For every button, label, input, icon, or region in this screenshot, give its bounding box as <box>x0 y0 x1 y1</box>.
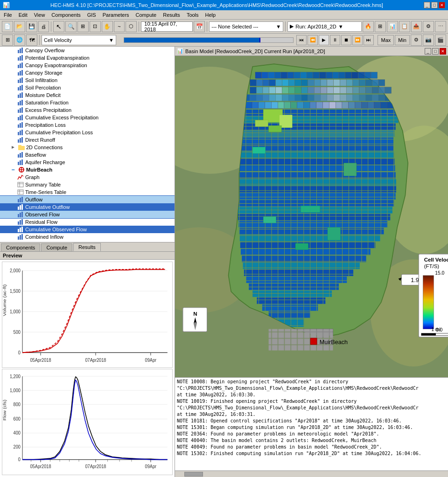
tree-item-cumulative-observed-flow[interactable]: Cumulative Observed Flow <box>0 226 175 233</box>
calendar-button[interactable]: 📅 <box>194 21 205 32</box>
menu-tools[interactable]: Tools <box>184 12 202 18</box>
tree-item-cumulative-outflow[interactable]: Cumulative Outflow <box>0 203 175 211</box>
svg-rect-174 <box>276 87 282 94</box>
open-button[interactable]: 📂 <box>14 21 25 32</box>
select-button[interactable]: ↖ <box>53 21 64 32</box>
log-horizontal-scrollbar[interactable] <box>175 470 448 477</box>
extra-button[interactable]: ⚙ <box>423 21 434 32</box>
camera-button[interactable]: 📷 <box>423 35 434 46</box>
menu-compute[interactable]: Compute <box>133 12 160 18</box>
tree-item-baseflow[interactable]: Baseflow <box>0 151 175 159</box>
tree-item-cumulative-precip-loss[interactable]: Cumulative Precipitation Loss <box>0 129 175 136</box>
tree-item-canopy-et[interactable]: Canopy Evapotranspiration <box>0 62 175 69</box>
grid-tb-button[interactable]: ⊞ <box>2 35 13 46</box>
tree-item-aquifer-recharge[interactable]: Aquifer Recharge <box>0 159 175 166</box>
tree-item-timeseries-table[interactable]: Time-Series Table <box>0 188 175 196</box>
basin-minimize-button[interactable]: _ <box>425 48 431 55</box>
map-area[interactable]: MuirBeach 1.99 (FT/S) N Cell Velocity <box>175 56 448 377</box>
tree-item-observed-flow[interactable]: Observed Flow <box>0 211 175 218</box>
tree-item-canopy-overflow[interactable]: Canopy Overflow <box>0 47 175 54</box>
map-button[interactable]: 🗺 <box>26 35 37 46</box>
separator-5 <box>39 35 40 45</box>
menu-view[interactable]: View <box>31 12 48 18</box>
svg-rect-1 <box>20 48 21 53</box>
tree-item-outflow[interactable]: Outflow <box>0 196 175 203</box>
rewind-begin-button[interactable]: ⏮ <box>296 35 307 45</box>
svg-rect-164 <box>346 80 353 86</box>
svg-rect-260 <box>238 179 396 186</box>
tree-item-precip-loss[interactable]: Precipitation Loss <box>0 121 175 129</box>
max-button[interactable]: Max <box>378 35 394 45</box>
maximize-button[interactable]: □ <box>431 2 438 8</box>
tree-item-muirbeach[interactable]: − MuirBeach <box>0 166 175 173</box>
fire-button[interactable]: 🔥 <box>363 21 374 32</box>
run-dropdown[interactable]: ▶ Run: Apr2018_2D ▼ <box>287 21 362 32</box>
svg-rect-141 <box>326 72 333 78</box>
tree-item-residual-flow[interactable]: Residual Flow <box>0 218 175 226</box>
route-button[interactable]: ~ <box>114 21 125 32</box>
svg-rect-165 <box>353 80 359 86</box>
print-button[interactable]: 🖨 <box>38 21 49 32</box>
cell-velocity-dropdown[interactable]: Cell Velocity ▼ <box>42 35 116 45</box>
tree-scroll[interactable]: Canopy Overflow Potential Evapotranspira… <box>0 47 175 242</box>
none-selected-dropdown[interactable]: --- None Selected --- ▼ <box>209 21 283 32</box>
svg-rect-18 <box>18 95 19 98</box>
close-button[interactable]: ✕ <box>439 2 445 8</box>
tree-item-saturation-fraction[interactable]: Saturation Fraction <box>0 99 175 106</box>
menu-help[interactable]: Help <box>203 12 219 18</box>
more-button[interactable]: ⋯ <box>435 21 446 32</box>
tab-components[interactable]: Components <box>1 243 40 251</box>
tree-item-combined-inflow[interactable]: Combined Inflow <box>0 233 175 241</box>
stop-button[interactable]: ⏹ <box>341 35 351 45</box>
scroll-thumb[interactable] <box>184 472 203 477</box>
menu-file[interactable]: File <box>1 12 15 18</box>
tree-item-cumulative-excess-precip[interactable]: Cumulative Excess Precipitation <box>0 114 175 121</box>
grid-button[interactable]: ⊞ <box>375 21 386 32</box>
svg-rect-161 <box>327 80 334 86</box>
min-button[interactable]: Min <box>395 35 410 45</box>
zoom-fit-button[interactable]: ⊞ <box>77 21 89 32</box>
pause-button[interactable]: ⏸ <box>330 35 340 45</box>
basin-close-button[interactable]: ✕ <box>440 48 446 55</box>
menu-gis[interactable]: GIS <box>84 12 99 18</box>
export-button[interactable]: 📤 <box>411 21 422 32</box>
tree-item-direct-runoff[interactable]: Direct Runoff <box>0 136 175 144</box>
tab-compute[interactable]: Compute <box>41 243 72 251</box>
tree-item-canopy-storage[interactable]: Canopy Storage <box>0 69 175 76</box>
table-button[interactable]: 📋 <box>399 21 410 32</box>
time-slider[interactable] <box>124 37 294 43</box>
menu-edit[interactable]: Edit <box>16 12 30 18</box>
chart2-button[interactable]: 📊 <box>387 21 398 32</box>
tree-item-moisture-deficit[interactable]: Moisture Deficit <box>0 91 175 99</box>
zoom-area-button[interactable]: ⊡ <box>90 21 101 32</box>
step-back-button[interactable]: ⏪ <box>308 35 318 45</box>
new-button[interactable]: 📄 <box>2 21 13 32</box>
menu-parameters[interactable]: Parameters <box>100 12 132 18</box>
play-button[interactable]: ▶ <box>319 35 329 45</box>
fast-forward-button[interactable]: ⏭ <box>364 35 374 45</box>
svg-rect-6 <box>18 65 19 68</box>
tree-item-summary-table[interactable]: Summary Table <box>0 181 175 188</box>
tree-item-excess-precip[interactable]: Excess Precipitation <box>0 106 175 114</box>
svg-text:Volume (ac-ft): Volume (ac-ft) <box>2 284 7 316</box>
basin-maximize-button[interactable]: □ <box>432 48 439 55</box>
node-button[interactable]: ⬡ <box>126 21 137 32</box>
tree-item-graph[interactable]: Graph <box>0 173 175 181</box>
step-forward-button[interactable]: ⏩ <box>352 35 363 45</box>
zoom-in-button[interactable]: 🔍 <box>65 21 77 32</box>
tree-item-potential-et[interactable]: Potential Evapotranspiration <box>0 54 175 62</box>
pan-button[interactable]: ✋ <box>102 21 113 32</box>
save-button[interactable]: 💾 <box>26 21 37 32</box>
upper-chart: 2,000 1,500 1,000 500 0 Volume (ac-ft) <box>2 262 173 368</box>
settings-button[interactable]: ⚙ <box>411 35 422 46</box>
tree-item-soil-percolation[interactable]: Soil Percolation <box>0 84 175 91</box>
menu-results[interactable]: Results <box>160 12 183 18</box>
tree-item-soil-infiltration[interactable]: Soil Infiltration <box>0 76 175 84</box>
globe-button[interactable]: 🌐 <box>14 35 25 46</box>
minimize-button[interactable]: _ <box>424 2 430 8</box>
tree-item-2d-connections[interactable]: 2D Connections <box>0 144 175 151</box>
tab-results[interactable]: Results <box>73 243 101 251</box>
video-button[interactable]: 🎬 <box>435 35 446 46</box>
preview-area: Preview 2,000 1,500 1,000 500 0 Volume (… <box>0 252 175 477</box>
menu-components[interactable]: Components <box>49 12 83 18</box>
